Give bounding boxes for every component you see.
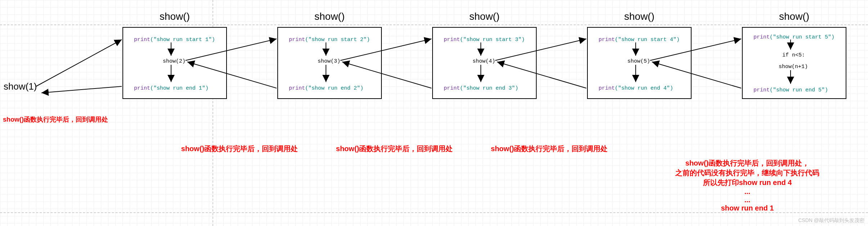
return-note-1: show()函数执行完毕后，回到调用处 (162, 144, 317, 154)
rn-r5: ... (634, 196, 861, 204)
stmt-start-5: print("show run start 5") (753, 34, 835, 40)
stmt-start-1: print("show run start 1") (134, 37, 215, 43)
rn-r4: ... (634, 187, 861, 196)
stmt-call-4: show(5) (627, 58, 650, 64)
stmt-start-4: print("show run start 4") (599, 37, 680, 43)
return-note-3: show()函数执行完毕后，回到调用处 (472, 144, 627, 154)
return-note-2: show()函数执行完毕后，回到调用处 (317, 144, 472, 154)
stmt-call-2: show(3) (318, 58, 340, 64)
rn-r1: show()函数执行完毕后，回到调用处， (634, 158, 861, 168)
frame-box-5: print("show run start 5") if n<5: show(n… (742, 27, 846, 99)
arrow-call-entry (36, 40, 122, 86)
stmt-end-4: print("show run end 4") (599, 85, 673, 91)
frame-box-1: print("show run start 1") show(2) print(… (122, 27, 227, 99)
box-title-2: show() (277, 11, 382, 22)
rn-r6: show run end 1 (634, 204, 861, 212)
stmt-call-1: show(2) (163, 58, 185, 64)
box-title-5: show() (742, 11, 846, 22)
return-note-left: show()函数执行完毕后，回到调用处 (3, 115, 108, 124)
stmt-start-2: print("show run start 2") (289, 37, 370, 43)
stmt-end-5: print("show run end 5") (753, 87, 828, 93)
rn-r2: 之前的代码没有执行完毕，继续向下执行代码 (634, 168, 861, 178)
stmt-start-3: print("show run start 3") (444, 37, 525, 43)
rn-r3: 所以先打印show run end 4 (634, 178, 861, 187)
stmt-recurse-5: show(n+1) (779, 64, 808, 70)
stmt-end-2: print("show run end 2") (289, 85, 363, 91)
stmt-call-3: show(4) (473, 58, 495, 64)
guide-h (0, 24, 868, 25)
stmt-end-3: print("show run end 3") (444, 85, 518, 91)
frame-box-3: print("show run start 3") show(4) print(… (432, 27, 537, 99)
guide-h2 (0, 212, 868, 213)
box-title-3: show() (432, 11, 537, 22)
return-note-right: show()函数执行完毕后，回到调用处， 之前的代码没有执行完毕，继续向下执行代… (634, 158, 861, 212)
box-title-4: show() (587, 11, 692, 22)
entry-call: show(1) (4, 81, 37, 92)
watermark: CSDN @敲代码敲到头发茂密 (798, 217, 864, 224)
box-title-1: show() (122, 11, 227, 22)
stmt-cond-5: if n<5: (782, 52, 805, 58)
stmt-end-1: print("show run end 1") (134, 85, 209, 91)
frame-box-2: print("show run start 2") show(3) print(… (277, 27, 382, 99)
arrow-return-entry (41, 86, 122, 93)
frame-box-4: print("show run start 4") show(5) print(… (587, 27, 692, 99)
